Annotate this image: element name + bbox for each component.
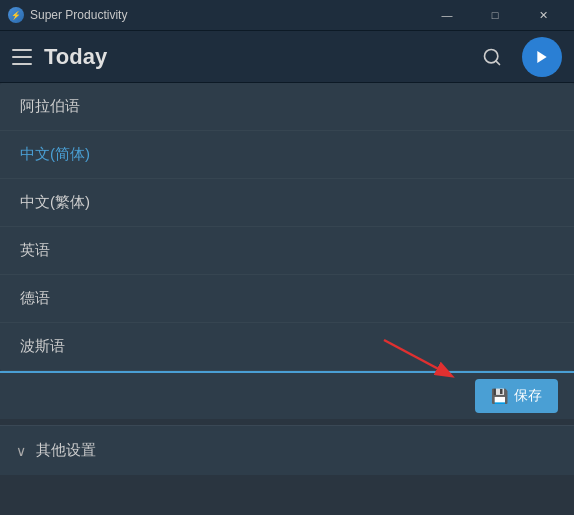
chevron-down-icon: ∨ bbox=[16, 443, 26, 459]
page-title: Today bbox=[44, 44, 462, 70]
hamburger-line bbox=[12, 49, 32, 51]
language-item-german[interactable]: 德语 bbox=[0, 275, 574, 323]
language-item-chinese-simplified[interactable]: 中文(简体) bbox=[0, 131, 574, 179]
app-icon: ⚡ bbox=[8, 7, 24, 23]
header: Today bbox=[0, 31, 574, 83]
hamburger-line bbox=[12, 63, 32, 65]
hamburger-line bbox=[12, 56, 32, 58]
svg-line-1 bbox=[496, 60, 500, 64]
language-item-persian[interactable]: 波斯语 bbox=[0, 323, 574, 371]
save-icon: 💾 bbox=[491, 388, 508, 404]
play-button[interactable] bbox=[522, 37, 562, 77]
language-item-chinese-traditional[interactable]: 中文(繁体) bbox=[0, 179, 574, 227]
title-bar-left: ⚡ Super Productivity bbox=[8, 7, 127, 23]
other-settings-section[interactable]: ∨ 其他设置 bbox=[0, 425, 574, 475]
save-label: 保存 bbox=[514, 387, 542, 405]
save-button[interactable]: 💾 保存 bbox=[475, 379, 558, 413]
save-bar: 💾 保存 bbox=[0, 371, 574, 419]
hamburger-menu-button[interactable] bbox=[12, 49, 32, 65]
close-button[interactable]: ✕ bbox=[520, 0, 566, 31]
language-list-panel: 阿拉伯语 中文(简体) 中文(繁体) 英语 德语 波斯语 bbox=[0, 83, 574, 371]
other-settings-label: 其他设置 bbox=[36, 441, 96, 460]
language-item-arabic[interactable]: 阿拉伯语 bbox=[0, 83, 574, 131]
maximize-button[interactable]: □ bbox=[472, 0, 518, 31]
title-bar: ⚡ Super Productivity — □ ✕ bbox=[0, 0, 574, 31]
app-title: Super Productivity bbox=[30, 8, 127, 22]
language-item-english[interactable]: 英语 bbox=[0, 227, 574, 275]
minimize-button[interactable]: — bbox=[424, 0, 470, 31]
search-button[interactable] bbox=[474, 39, 510, 75]
svg-marker-2 bbox=[537, 51, 546, 63]
main-content: 阿拉伯语 中文(简体) 中文(繁体) 英语 德语 波斯语 bbox=[0, 83, 574, 515]
title-bar-controls: — □ ✕ bbox=[424, 0, 566, 31]
